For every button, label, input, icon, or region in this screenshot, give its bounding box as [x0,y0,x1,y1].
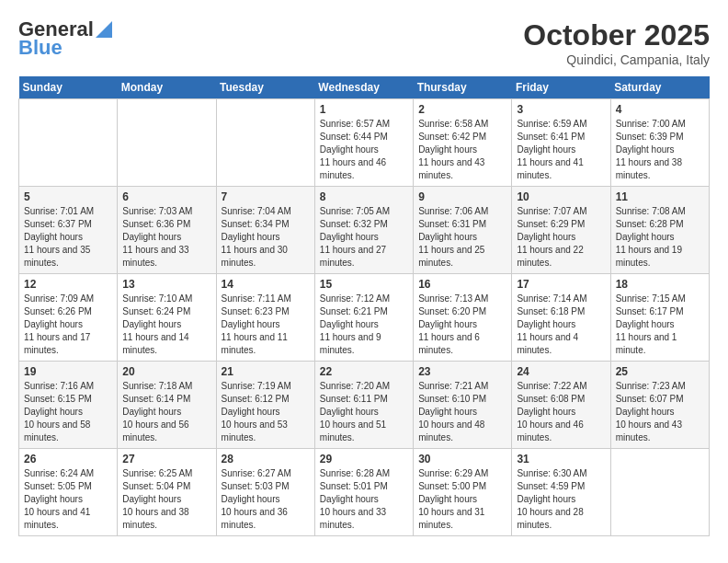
sunset-label: Sunset: 5:03 PM [222,481,290,491]
sunset-label: Sunset: 6:42 PM [418,132,486,142]
calendar-week-row: 26 Sunrise: 6:24 AM Sunset: 5:05 PM Dayl… [19,449,710,536]
calendar-week-row: 1 Sunrise: 6:57 AM Sunset: 6:44 PM Dayli… [19,99,710,187]
sunset-label: Sunset: 6:21 PM [320,306,388,316]
calendar-cell: 10 Sunrise: 7:07 AM Sunset: 6:29 PM Dayl… [512,187,610,274]
day-number: 25 [616,365,704,378]
cell-content: Sunrise: 7:04 AM Sunset: 6:34 PM Dayligh… [222,205,310,270]
calendar-cell: 30 Sunrise: 6:29 AM Sunset: 5:00 PM Dayl… [414,449,512,536]
sunrise-label: Sunrise: 6:58 AM [418,119,488,129]
sunrise-label: Sunrise: 6:59 AM [517,119,586,129]
sunset-label: Sunset: 6:39 PM [616,132,684,142]
daylight-label: Daylight hours [418,144,477,155]
daylight-value: 11 hours and 17 minutes. [24,332,90,355]
daylight-value: 11 hours and 25 minutes. [418,245,484,268]
cell-content: Sunrise: 7:18 AM Sunset: 6:14 PM Dayligh… [122,380,210,444]
cell-content: Sunrise: 7:14 AM Sunset: 6:18 PM Dayligh… [517,293,605,357]
daylight-value: 11 hours and 4 minutes. [517,332,578,355]
daylight-value: 11 hours and 30 minutes. [222,245,288,268]
sunset-label: Sunset: 6:24 PM [122,306,190,316]
calendar-cell: 28 Sunrise: 6:27 AM Sunset: 5:03 PM Dayl… [216,449,314,536]
sunrise-label: Sunrise: 7:16 AM [24,381,94,391]
sunrise-label: Sunrise: 7:23 AM [616,381,686,391]
sunset-label: Sunset: 6:07 PM [616,394,684,404]
daylight-label: Daylight hours [418,407,477,417]
daylight-label: Daylight hours [320,494,379,504]
daylight-label: Daylight hours [517,232,575,242]
daylight-label: Daylight hours [320,144,379,155]
daylight-label: Daylight hours [517,407,575,417]
page-header: General Blue October 2025 Quindici, Camp… [18,18,710,67]
daylight-label: Daylight hours [616,232,675,242]
day-number: 23 [418,365,506,378]
day-number: 8 [320,190,408,203]
daylight-value: 11 hours and 43 minutes. [418,157,484,180]
day-number: 5 [24,190,112,203]
sunset-label: Sunset: 4:59 PM [517,481,585,491]
weekday-header-cell: Tuesday [216,76,314,99]
cell-content: Sunrise: 7:21 AM Sunset: 6:10 PM Dayligh… [418,380,506,444]
calendar-cell: 3 Sunrise: 6:59 AM Sunset: 6:41 PM Dayli… [512,99,610,187]
calendar-cell [19,99,118,187]
calendar-cell: 31 Sunrise: 6:30 AM Sunset: 4:59 PM Dayl… [512,449,610,536]
calendar-cell: 5 Sunrise: 7:01 AM Sunset: 6:37 PM Dayli… [19,187,118,274]
sunset-label: Sunset: 6:11 PM [320,394,388,404]
sunrise-label: Sunrise: 7:18 AM [122,381,192,391]
sunset-label: Sunset: 5:00 PM [418,481,486,491]
calendar-week-row: 19 Sunrise: 7:16 AM Sunset: 6:15 PM Dayl… [19,362,710,449]
sunrise-label: Sunrise: 7:09 AM [24,293,94,304]
cell-content: Sunrise: 7:06 AM Sunset: 6:31 PM Dayligh… [418,205,506,270]
sunset-label: Sunset: 6:36 PM [122,219,190,229]
cell-content: Sunrise: 6:24 AM Sunset: 5:05 PM Dayligh… [24,467,112,532]
day-number: 24 [517,365,605,378]
daylight-label: Daylight hours [517,144,575,155]
cell-content: Sunrise: 6:59 AM Sunset: 6:41 PM Dayligh… [517,118,605,182]
day-number: 18 [616,278,704,291]
day-number: 9 [418,190,506,203]
daylight-value: 11 hours and 41 minutes. [517,157,583,180]
day-number: 7 [222,190,310,203]
calendar-cell: 9 Sunrise: 7:06 AM Sunset: 6:31 PM Dayli… [414,187,512,274]
calendar-cell: 13 Sunrise: 7:10 AM Sunset: 6:24 PM Dayl… [118,274,216,362]
cell-content: Sunrise: 7:08 AM Sunset: 6:28 PM Dayligh… [616,205,704,270]
location: Quindici, Campania, Italy [523,52,710,67]
sunset-label: Sunset: 5:04 PM [122,481,190,491]
calendar-cell: 15 Sunrise: 7:12 AM Sunset: 6:21 PM Dayl… [314,274,413,362]
cell-content: Sunrise: 7:03 AM Sunset: 6:36 PM Dayligh… [122,205,210,270]
sunset-label: Sunset: 6:15 PM [24,394,92,404]
daylight-value: 10 hours and 38 minutes. [122,507,188,530]
weekday-header-cell: Friday [512,76,610,99]
calendar-cell: 23 Sunrise: 7:21 AM Sunset: 6:10 PM Dayl… [414,362,512,449]
calendar-cell: 19 Sunrise: 7:16 AM Sunset: 6:15 PM Dayl… [19,362,118,449]
calendar-cell: 27 Sunrise: 6:25 AM Sunset: 5:04 PM Dayl… [118,449,216,536]
sunrise-label: Sunrise: 7:07 AM [517,206,586,216]
sunrise-label: Sunrise: 6:25 AM [122,468,192,478]
daylight-value: 10 hours and 53 minutes. [222,419,288,442]
calendar-week-row: 12 Sunrise: 7:09 AM Sunset: 6:26 PM Dayl… [19,274,710,362]
sunset-label: Sunset: 6:17 PM [616,306,684,316]
daylight-label: Daylight hours [122,232,181,242]
cell-content: Sunrise: 6:25 AM Sunset: 5:04 PM Dayligh… [122,467,210,532]
sunset-label: Sunset: 6:14 PM [122,394,190,404]
logo-blue: Blue [18,37,112,59]
calendar-cell [610,449,709,536]
day-number: 1 [320,103,408,116]
daylight-value: 11 hours and 27 minutes. [320,245,386,268]
daylight-label: Daylight hours [418,232,477,242]
sunset-label: Sunset: 6:10 PM [418,394,486,404]
sunrise-label: Sunrise: 7:06 AM [418,206,488,216]
sunset-label: Sunset: 6:37 PM [24,219,92,229]
daylight-label: Daylight hours [222,232,280,242]
sunrise-label: Sunrise: 6:57 AM [320,119,390,129]
cell-content: Sunrise: 6:27 AM Sunset: 5:03 PM Dayligh… [222,467,310,532]
daylight-value: 11 hours and 33 minutes. [122,245,188,268]
cell-content: Sunrise: 7:12 AM Sunset: 6:21 PM Dayligh… [320,293,408,357]
daylight-label: Daylight hours [616,319,675,329]
day-number: 28 [222,453,310,465]
sunrise-label: Sunrise: 7:21 AM [418,381,488,391]
sunrise-label: Sunrise: 6:27 AM [222,468,291,478]
calendar-cell [216,99,314,187]
day-number: 16 [418,278,506,291]
daylight-value: 10 hours and 51 minutes. [320,419,386,442]
daylight-label: Daylight hours [418,494,477,504]
calendar-cell: 12 Sunrise: 7:09 AM Sunset: 6:26 PM Dayl… [19,274,118,362]
